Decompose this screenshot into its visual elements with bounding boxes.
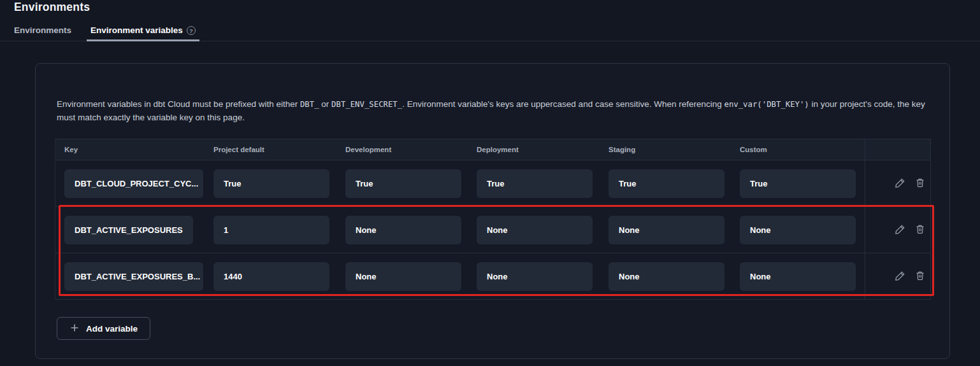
value-deployment: None (477, 262, 593, 291)
table-row: DBT_CLOUD_PROJECT_CYC... True True True … (55, 160, 930, 206)
column-header-key: Key (55, 146, 205, 153)
trash-icon (914, 177, 926, 190)
page-title: Environments (14, 1, 90, 14)
edit-variable-button[interactable] (893, 177, 907, 191)
help-icon[interactable]: ? (187, 26, 196, 35)
add-variable-label: Add variable (86, 324, 138, 334)
description-segment: . Environment variable's keys are upperc… (402, 99, 724, 109)
tab-environments-label: Environments (14, 25, 71, 35)
pencil-icon (894, 177, 906, 191)
value-custom: None (740, 216, 856, 244)
column-header-deployment: Deployment (468, 146, 600, 153)
description-segment: Environment variables in dbt Cloud must … (57, 99, 300, 109)
add-variable-button[interactable]: Add variable (57, 317, 150, 340)
delete-variable-button[interactable] (913, 177, 927, 191)
value-deployment: None (477, 216, 593, 244)
column-header-development: Development (337, 146, 468, 153)
environment-variables-table: Key Project default Development Deployme… (55, 139, 931, 300)
value-staging: None (609, 262, 724, 291)
table-row: DBT_ACTIVE_EXPOSURES_B... 1440 None None… (55, 253, 930, 299)
description-text: Environment variables in dbt Cloud must … (57, 98, 931, 124)
delete-variable-button[interactable] (913, 223, 927, 237)
tab-environment-variables[interactable]: Environment variables ? (87, 25, 199, 41)
value-development: None (345, 216, 461, 244)
value-staging: True (609, 169, 724, 198)
value-deployment: True (477, 169, 593, 198)
value-custom: True (740, 169, 856, 198)
pencil-icon (894, 223, 906, 237)
column-header-custom: Custom (731, 146, 865, 153)
column-header-actions (865, 139, 931, 160)
tab-bar: Environments Environment variables ? (0, 25, 980, 41)
table-row: DBT_ACTIVE_EXPOSURES 1 None None None No… (55, 206, 930, 253)
code-dbt-env-secret-prefix: DBT_ENV_SECRET_ (331, 100, 402, 109)
value-custom: None (740, 262, 856, 291)
value-staging: None (609, 216, 724, 244)
variable-key: DBT_CLOUD_PROJECT_CYC... (64, 169, 203, 198)
edit-variable-button[interactable] (893, 270, 907, 284)
value-development: None (345, 262, 461, 291)
delete-variable-button[interactable] (913, 270, 927, 284)
variable-key: DBT_ACTIVE_EXPOSURES (64, 216, 193, 244)
value-project-default: 1 (213, 216, 329, 244)
value-development: True (345, 169, 461, 198)
environment-variables-card: Environment variables in dbt Cloud must … (35, 63, 950, 359)
trash-icon (914, 270, 926, 283)
plus-icon (69, 323, 80, 335)
code-dbt-prefix: DBT_ (300, 100, 319, 109)
tab-environment-variables-label: Environment variables (90, 25, 183, 35)
column-header-staging: Staging (600, 146, 731, 153)
table-header-row: Key Project default Development Deployme… (55, 139, 930, 160)
variable-key: DBT_ACTIVE_EXPOSURES_B... (64, 262, 203, 291)
description-segment: or (319, 99, 332, 109)
tab-environments[interactable]: Environments (10, 25, 75, 41)
value-project-default: 1440 (213, 262, 329, 291)
row-actions (865, 253, 931, 300)
edit-variable-button[interactable] (893, 223, 907, 237)
pencil-icon (894, 270, 906, 284)
value-project-default: True (213, 169, 329, 198)
row-actions (865, 207, 931, 253)
code-env-var-example: env_var('DBT_KEY') (724, 100, 809, 109)
row-actions (865, 160, 931, 207)
trash-icon (914, 223, 926, 237)
column-header-project-default: Project default (205, 146, 337, 153)
